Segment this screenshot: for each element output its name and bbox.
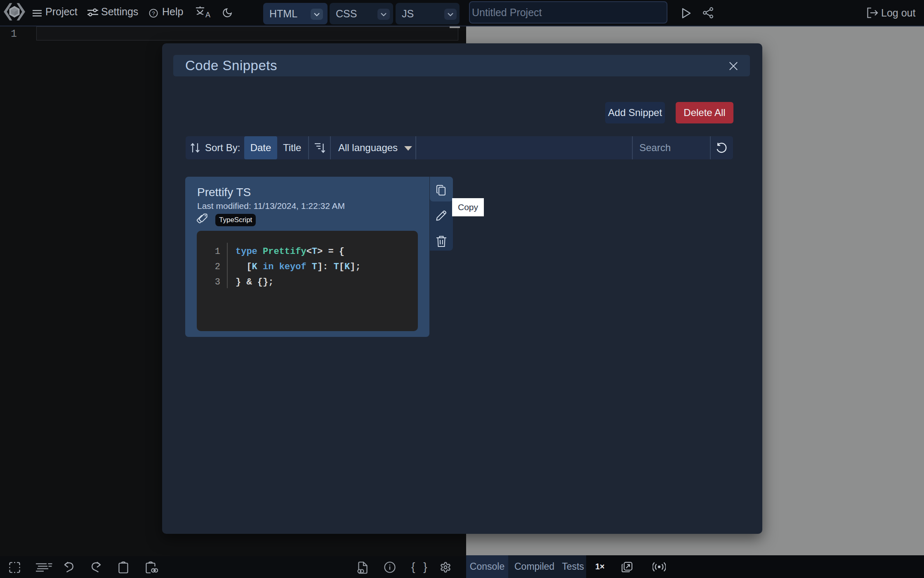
svg-text:?: ?: [152, 10, 155, 17]
svg-text:A: A: [205, 11, 210, 19]
